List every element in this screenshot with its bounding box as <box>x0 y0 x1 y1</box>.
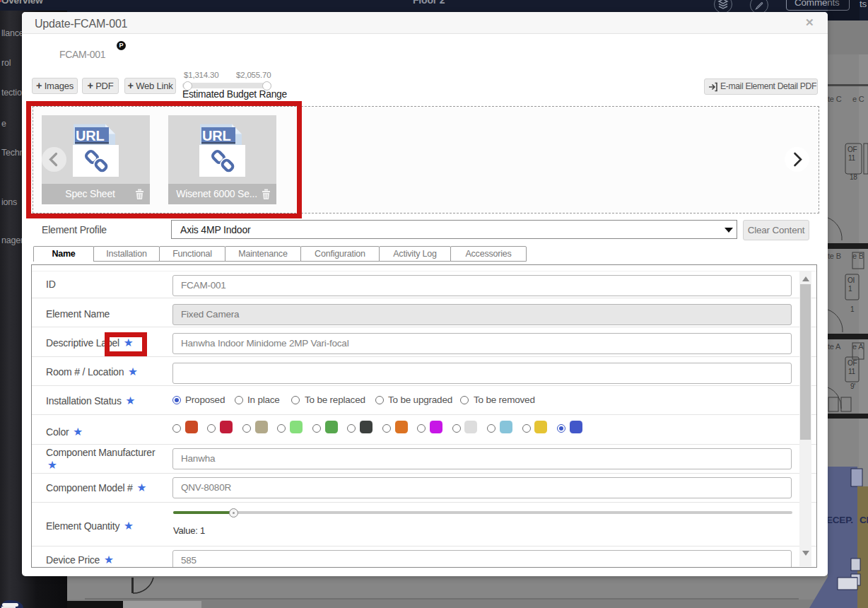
svg-text:e A: e A <box>852 342 864 351</box>
svg-text:9': 9' <box>850 382 855 390</box>
svg-text:CE: CE <box>860 515 868 525</box>
svg-text:e B: e B <box>852 252 864 260</box>
svg-text:18: 18 <box>850 173 857 181</box>
svg-text:te B: te B <box>828 252 841 260</box>
svg-text:te A: te A <box>828 342 841 351</box>
svg-text:OI: OI <box>848 276 855 284</box>
svg-text:OF: OF <box>848 359 857 367</box>
svg-text:te C: te C <box>828 95 842 103</box>
svg-text:e C: e C <box>852 95 864 103</box>
svg-text:11: 11 <box>848 368 856 375</box>
svg-text:1: 1 <box>848 285 852 293</box>
svg-text:11: 11 <box>848 154 856 162</box>
svg-text:OF: OF <box>848 146 857 153</box>
svg-text:1: 1 <box>850 305 855 313</box>
svg-text:ECEP.: ECEP. <box>826 515 853 525</box>
